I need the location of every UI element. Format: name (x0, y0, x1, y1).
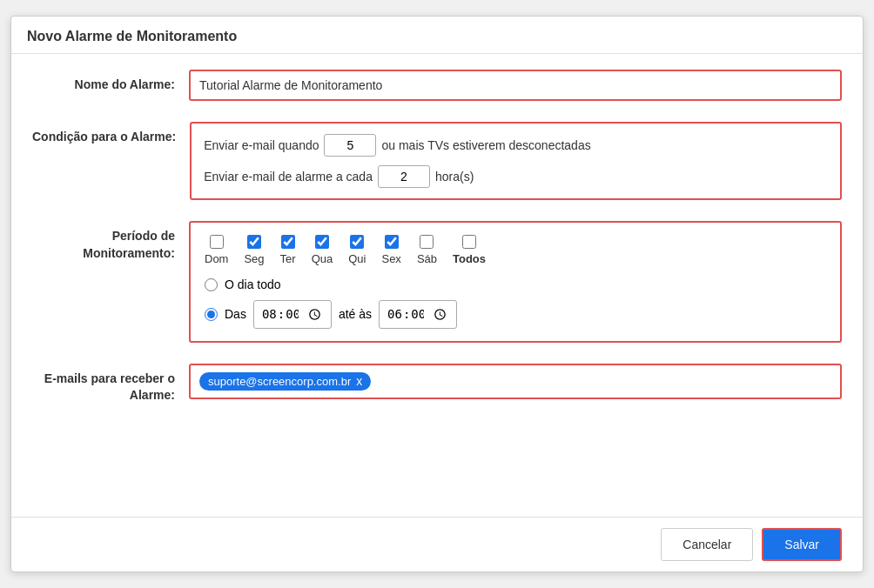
radio-range-label: Das (225, 307, 246, 321)
day-sab: Sáb (417, 235, 437, 265)
time-to-input[interactable] (379, 300, 457, 329)
day-qui: Qui (348, 235, 366, 265)
alarm-name-label: Nome do Alarme: (32, 70, 189, 94)
time-from-input[interactable] (253, 300, 332, 329)
cancel-button[interactable]: Cancelar (661, 528, 753, 561)
time-row: Das até às (225, 300, 457, 329)
day-ter: Ter (280, 235, 296, 265)
day-todos: Todos (453, 235, 486, 265)
monitoring-control: Dom Seg Ter Qua (189, 221, 842, 343)
day-qua: Qua (312, 235, 333, 265)
day-sex: Sex (381, 235, 400, 265)
day-label-todos: Todos (453, 252, 486, 265)
time-until-label: até às (339, 307, 372, 321)
condition-line-2: Enviar e-mail de alarme a cada hora(s) (204, 165, 828, 188)
condition-pre-1: Enviar e-mail quando (204, 138, 319, 152)
save-button[interactable]: Salvar (762, 528, 842, 561)
checkbox-qua[interactable] (315, 235, 329, 249)
day-label-qua: Qua (312, 252, 333, 265)
condition-control: Enviar e-mail quando ou mais TVs estiver… (190, 122, 842, 200)
dialog-title: Novo Alarme de Monitoramento (27, 29, 237, 43)
checkbox-ter[interactable] (281, 235, 295, 249)
checkbox-qui[interactable] (350, 235, 364, 249)
email-tag-close[interactable]: x (356, 375, 362, 387)
condition-label: Condição para o Alarme: (32, 122, 190, 146)
condition-row: Condição para o Alarme: Enviar e-mail qu… (32, 122, 842, 200)
day-dom: Dom (205, 235, 228, 265)
days-row: Dom Seg Ter Qua (205, 235, 826, 265)
email-row: E-mails para receber o Alarme: suporte@s… (32, 364, 842, 404)
email-label: E-mails para receber o Alarme: (32, 364, 189, 404)
day-label-qui: Qui (348, 252, 366, 265)
condition-box: Enviar e-mail quando ou mais TVs estiver… (190, 122, 842, 200)
day-seg: Seg (244, 235, 264, 265)
checkbox-dom[interactable] (210, 235, 224, 249)
condition-num-2[interactable] (378, 165, 430, 188)
radio-range-option: Das até às (205, 300, 826, 329)
alarm-name-control (189, 70, 842, 101)
email-tag-text: suporte@screencorp.com.br (208, 375, 351, 388)
radio-row: O dia todo Das até às (205, 277, 826, 329)
day-label-sab: Sáb (417, 252, 437, 265)
condition-post-1: ou mais TVs estiverem desconectadas (381, 138, 590, 152)
dialog-footer: Cancelar Salvar (11, 517, 863, 571)
dialog-body: Nome do Alarme: Condição para o Alarme: … (11, 54, 863, 517)
radio-all-day-input[interactable] (205, 278, 218, 291)
checkbox-seg[interactable] (247, 235, 261, 249)
dialog-header: Novo Alarme de Monitoramento (11, 17, 863, 54)
alarm-name-input[interactable] (189, 70, 842, 101)
day-label-ter: Ter (280, 252, 296, 265)
condition-pre-2: Enviar e-mail de alarme a cada (204, 170, 373, 184)
checkbox-todos[interactable] (462, 235, 476, 249)
day-label-seg: Seg (244, 252, 264, 265)
checkbox-sab[interactable] (420, 235, 434, 249)
condition-post-2: hora(s) (435, 170, 474, 184)
email-tag: suporte@screencorp.com.br x (199, 372, 371, 391)
monitoring-label: Período de Monitoramento: (32, 221, 189, 262)
condition-num-1[interactable] (324, 134, 376, 157)
checkbox-sex[interactable] (385, 235, 399, 249)
condition-line-1: Enviar e-mail quando ou mais TVs estiver… (204, 134, 828, 157)
radio-all-day: O dia todo (205, 277, 826, 291)
monitoring-box: Dom Seg Ter Qua (189, 221, 842, 343)
dialog: Novo Alarme de Monitoramento Nome do Ala… (10, 16, 864, 572)
alarm-name-row: Nome do Alarme: (32, 70, 842, 101)
day-label-dom: Dom (205, 252, 228, 265)
radio-range-input[interactable] (205, 308, 218, 321)
day-label-sex: Sex (381, 252, 400, 265)
monitoring-row: Período de Monitoramento: Dom Seg (32, 221, 842, 343)
email-control: suporte@screencorp.com.br x (189, 364, 842, 399)
radio-all-day-label: O dia todo (225, 277, 281, 291)
email-box[interactable]: suporte@screencorp.com.br x (189, 364, 842, 399)
